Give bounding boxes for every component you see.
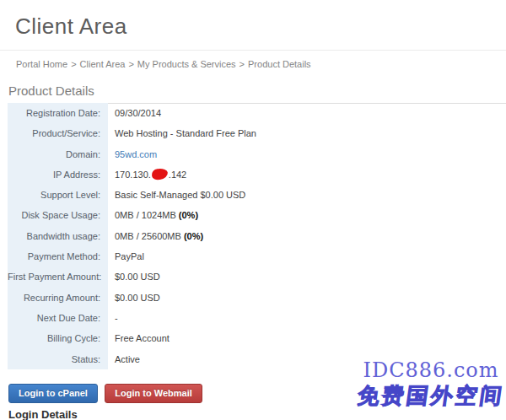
breadcrumb-separator: >	[236, 59, 248, 69]
breadcrumb-separator: >	[67, 59, 79, 69]
client-area-page: Client Area Portal Home>Client Area>My P…	[0, 0, 506, 420]
detail-label: First Payment Amount:	[8, 267, 108, 287]
detail-value: -	[108, 308, 118, 328]
detail-value: Free Account	[108, 328, 170, 348]
detail-row: Registration Date:09/30/2014	[8, 103, 498, 123]
detail-value: 0MB / 1024MB (0%)	[108, 205, 198, 225]
breadcrumb-separator: >	[125, 59, 137, 69]
detail-row: Status:Active	[8, 349, 498, 369]
detail-value-text: 0MB / 1024MB	[115, 210, 179, 220]
login-cpanel-button[interactable]: Login to cPanel	[8, 384, 98, 403]
detail-value-text: Free Account	[115, 333, 170, 343]
detail-label: Disk Space Usage:	[8, 205, 108, 225]
product-details-heading: Product Details	[8, 83, 506, 104]
detail-row: Billing Cycle:Free Account	[8, 328, 498, 348]
breadcrumb-client-area[interactable]: Client Area	[80, 59, 126, 69]
detail-value-text: Active	[115, 354, 140, 364]
detail-value-text: Basic Self-Managed $0.00 USD	[115, 190, 245, 200]
detail-value: 0MB / 25600MB (0%)	[108, 226, 203, 246]
login-webmail-button[interactable]: Login to Webmail	[105, 384, 202, 403]
detail-label: Domain:	[8, 144, 108, 164]
detail-value-text: (0%)	[184, 231, 203, 241]
detail-row: First Payment Amount:$0.00 USD	[8, 267, 498, 287]
detail-label: Recurring Amount:	[8, 288, 108, 308]
detail-row: Product/Service:Web Hosting - Standard F…	[8, 123, 498, 143]
detail-value-text: (0%)	[179, 210, 198, 220]
detail-label: Payment Method:	[8, 246, 108, 267]
detail-row: Disk Space Usage:0MB / 1024MB (0%)	[8, 205, 498, 225]
page-title: Client Area	[15, 13, 127, 40]
detail-label: Status:	[8, 349, 108, 369]
detail-row: Recurring Amount:$0.00 USD	[8, 288, 498, 308]
header-divider	[0, 50, 506, 51]
detail-label: Product/Service:	[8, 123, 108, 143]
breadcrumb-portal-home[interactable]: Portal Home	[16, 59, 67, 69]
detail-value-text: $0.00 USD	[115, 293, 160, 303]
detail-value-text: Web Hosting - Standard Free Plan	[115, 128, 256, 138]
detail-row: Domain:95wd.com	[8, 144, 498, 164]
detail-label: Billing Cycle:	[8, 328, 108, 348]
detail-value: Active	[108, 349, 140, 369]
breadcrumb: Portal Home>Client Area>My Products & Se…	[16, 59, 311, 69]
login-details-heading: Login Details	[8, 408, 78, 420]
detail-value: Web Hosting - Standard Free Plan	[108, 123, 256, 143]
detail-row: IP Address:170.130..142	[8, 164, 498, 185]
detail-row: Bandwidth usage:0MB / 25600MB (0%)	[8, 226, 498, 246]
detail-row: Next Due Date:-	[8, 308, 498, 328]
breadcrumb-product-details: Product Details	[248, 59, 311, 69]
detail-value: PayPal	[108, 246, 144, 267]
detail-row: Support Level:Basic Self-Managed $0.00 U…	[8, 185, 498, 205]
watermark-caption-text: 免费国外空间	[356, 381, 506, 410]
detail-value: 95wd.com	[108, 144, 157, 164]
detail-value-text: 0MB / 25600MB	[115, 231, 184, 241]
detail-value-text: 170.130.	[115, 170, 151, 180]
detail-label: Next Due Date:	[8, 308, 108, 328]
detail-value: Basic Self-Managed $0.00 USD	[108, 185, 245, 205]
detail-label: Support Level:	[8, 185, 108, 205]
detail-value: $0.00 USD	[108, 267, 160, 287]
action-buttons: Login to cPanel Login to Webmail	[8, 384, 206, 403]
redaction-scribble	[151, 169, 168, 181]
detail-value: 170.130..142	[108, 164, 186, 185]
detail-label: IP Address:	[8, 164, 108, 185]
product-details-table: Registration Date:09/30/2014Product/Serv…	[8, 103, 498, 369]
detail-label: Bandwidth usage:	[8, 226, 108, 246]
detail-value-text: 09/30/2014	[115, 108, 161, 118]
detail-label: Registration Date:	[8, 103, 108, 123]
detail-value: 09/30/2014	[108, 103, 161, 123]
detail-value-text: PayPal	[115, 251, 144, 261]
detail-value-text: $0.00 USD	[115, 272, 160, 282]
domain-link[interactable]: 95wd.com	[115, 149, 157, 159]
breadcrumb-my-products-services[interactable]: My Products & Services	[137, 59, 236, 69]
detail-value-text: .142	[169, 170, 186, 180]
detail-value: $0.00 USD	[108, 288, 160, 308]
detail-row: Payment Method:PayPal	[8, 246, 498, 267]
detail-value-text: -	[115, 313, 118, 323]
